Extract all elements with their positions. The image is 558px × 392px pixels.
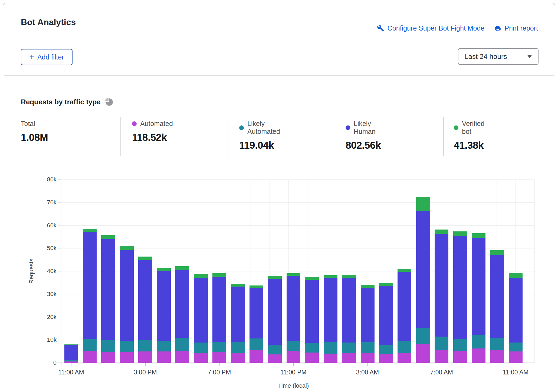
bar-segment-likely-human[interactable] [509, 278, 523, 343]
bar-segment-likely-human[interactable] [231, 287, 245, 342]
bar-segment-likely-automated[interactable] [435, 337, 448, 350]
bar-segment-automated[interactable] [212, 352, 226, 363]
bar-segment-likely-human[interactable] [250, 288, 263, 338]
bar-segment-automated[interactable] [138, 351, 152, 363]
bar-segment-likely-automated[interactable] [490, 338, 504, 350]
bar-segment-likely-automated[interactable] [175, 338, 189, 351]
bar-segment-automated[interactable] [101, 352, 115, 363]
bar-segment-verified-bot[interactable] [287, 273, 300, 275]
bar-segment-verified-bot[interactable] [361, 285, 375, 288]
bar-segment-automated[interactable] [453, 351, 467, 363]
bar-segment-verified-bot[interactable] [324, 275, 337, 278]
bar-segment-likely-human[interactable] [472, 238, 485, 335]
bar-segment-likely-human[interactable] [212, 277, 226, 342]
bar-segment-automated[interactable] [379, 354, 393, 363]
configure-super-bot-fight-mode-link[interactable]: Configure Super Bot Fight Mode [377, 24, 485, 32]
bar-segment-likely-human[interactable] [64, 345, 78, 360]
bar-segment-likely-automated[interactable] [324, 342, 337, 354]
bar-segment-likely-human[interactable] [101, 239, 115, 340]
bar-segment-likely-human[interactable] [324, 278, 337, 342]
bar-segment-verified-bot[interactable] [120, 246, 134, 250]
bar-segment-likely-automated[interactable] [101, 340, 115, 352]
bar-segment-verified-bot[interactable] [342, 275, 356, 278]
add-filter-button[interactable]: + Add filter [21, 49, 73, 65]
bar-segment-likely-human[interactable] [194, 278, 208, 343]
bar-segment-likely-automated[interactable] [509, 343, 523, 351]
bar-segment-likely-automated[interactable] [416, 328, 430, 344]
time-range-select[interactable]: Last 24 hours [458, 48, 539, 65]
bar-segment-automated[interactable] [231, 353, 245, 363]
bar-segment-likely-automated[interactable] [342, 343, 356, 353]
bar-segment-automated[interactable] [509, 351, 523, 363]
bar-segment-likely-human[interactable] [453, 236, 467, 339]
bar-segment-likely-automated[interactable] [287, 341, 300, 351]
bar-segment-likely-human[interactable] [287, 276, 300, 341]
bar-segment-automated[interactable] [490, 350, 504, 363]
bar-segment-automated[interactable] [64, 361, 78, 363]
bar-segment-likely-automated[interactable] [453, 339, 467, 351]
bar-segment-automated[interactable] [120, 352, 134, 363]
bar-segment-likely-human[interactable] [416, 211, 430, 328]
bar-segment-likely-automated[interactable] [212, 342, 226, 352]
bar-segment-verified-bot[interactable] [194, 274, 208, 278]
bar-segment-likely-automated[interactable] [268, 345, 282, 354]
bar-segment-verified-bot[interactable] [268, 276, 282, 279]
bar-segment-likely-automated[interactable] [379, 345, 393, 354]
bar-segment-likely-automated[interactable] [398, 341, 411, 353]
bar-segment-likely-automated[interactable] [250, 338, 263, 350]
bar-segment-automated[interactable] [305, 353, 319, 363]
bar-segment-verified-bot[interactable] [379, 283, 393, 286]
bar-segment-likely-human[interactable] [175, 270, 189, 338]
bar-segment-automated[interactable] [435, 350, 448, 363]
bar-segment-verified-bot[interactable] [101, 235, 115, 239]
bar-segment-likely-automated[interactable] [83, 339, 97, 351]
bar-segment-automated[interactable] [472, 348, 485, 363]
bar-segment-likely-automated[interactable] [120, 341, 134, 352]
bar-segment-likely-human[interactable] [268, 279, 282, 345]
bar-segment-likely-automated[interactable] [194, 343, 208, 353]
bar-segment-verified-bot[interactable] [250, 285, 263, 288]
bar-segment-verified-bot[interactable] [157, 268, 171, 271]
bar-segment-verified-bot[interactable] [138, 257, 152, 260]
print-report-link[interactable]: Print report [494, 24, 538, 32]
bar-segment-likely-human[interactable] [379, 286, 393, 345]
bar-segment-verified-bot[interactable] [231, 284, 245, 287]
bar-segment-likely-human[interactable] [398, 272, 411, 341]
bar-segment-likely-automated[interactable] [361, 342, 375, 354]
bar-segment-automated[interactable] [268, 354, 282, 363]
bar-segment-likely-human[interactable] [157, 271, 171, 341]
bar-segment-likely-human[interactable] [435, 234, 448, 337]
bar-segment-verified-bot[interactable] [435, 230, 448, 234]
bar-segment-automated[interactable] [324, 354, 337, 363]
bar-segment-likely-automated[interactable] [472, 335, 485, 348]
bar-segment-likely-human[interactable] [138, 260, 152, 340]
bar-segment-verified-bot[interactable] [64, 344, 78, 345]
bar-segment-automated[interactable] [250, 350, 263, 363]
bar-segment-automated[interactable] [157, 351, 171, 363]
bar-segment-verified-bot[interactable] [83, 229, 97, 232]
bar-segment-verified-bot[interactable] [416, 197, 430, 211]
bar-segment-automated[interactable] [416, 344, 430, 363]
bar-segment-verified-bot[interactable] [490, 250, 504, 255]
bar-segment-verified-bot[interactable] [472, 233, 485, 238]
bar-segment-automated[interactable] [287, 351, 300, 363]
bar-segment-verified-bot[interactable] [453, 231, 467, 236]
bar-segment-likely-human[interactable] [342, 278, 356, 343]
bar-segment-automated[interactable] [398, 353, 411, 363]
bar-segment-verified-bot[interactable] [175, 266, 189, 270]
bar-segment-likely-automated[interactable] [138, 340, 152, 351]
bar-segment-automated[interactable] [175, 351, 189, 363]
bar-segment-verified-bot[interactable] [398, 269, 411, 272]
bar-segment-likely-human[interactable] [305, 280, 319, 343]
bar-segment-likely-automated[interactable] [64, 360, 78, 361]
bar-segment-likely-human[interactable] [120, 250, 134, 341]
bar-segment-automated[interactable] [194, 353, 208, 363]
bar-segment-likely-automated[interactable] [157, 341, 171, 352]
bar-segment-likely-human[interactable] [490, 255, 504, 338]
bar-segment-verified-bot[interactable] [509, 273, 523, 278]
bar-segment-automated[interactable] [83, 351, 97, 363]
bar-segment-verified-bot[interactable] [212, 273, 226, 277]
bar-segment-likely-automated[interactable] [305, 343, 319, 353]
bar-segment-verified-bot[interactable] [305, 277, 319, 280]
bar-segment-automated[interactable] [342, 353, 356, 363]
